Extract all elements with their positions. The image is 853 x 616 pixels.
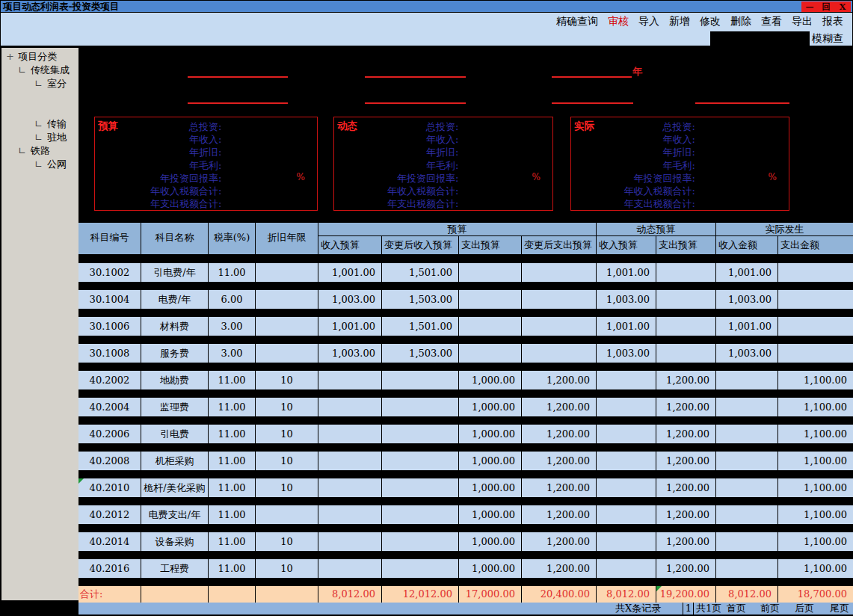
export-button[interactable]: 导出 xyxy=(792,15,813,28)
table-cell xyxy=(318,398,381,416)
note-marker-icon xyxy=(656,586,662,591)
table-cell xyxy=(318,371,381,389)
view-button[interactable]: 查看 xyxy=(761,15,782,28)
report-button[interactable]: 报表 xyxy=(822,15,843,28)
table-cell: 1,001.00 xyxy=(318,263,381,282)
summary-field-row: 年投资回报率:% xyxy=(334,172,552,185)
tree-item[interactable]: ∟驻地 xyxy=(34,131,67,144)
tree-panel: + 项目分类 ∟传统集成∟室分∟传输∟驻地∟铁路∟公网 xyxy=(1,48,78,600)
table-row[interactable]: 40.2008机柜采购11.00101,000.001,200.001,200.… xyxy=(78,452,853,470)
table-row[interactable]: 40.2002地勘费11.00101,000.001,200.001,200.0… xyxy=(78,371,853,389)
totals-cell: 20,400.00 xyxy=(521,586,596,603)
table-cell: 1,100.00 xyxy=(777,398,853,416)
restore-icon[interactable]: 回 xyxy=(819,1,834,13)
import-button[interactable]: 导入 xyxy=(638,15,659,28)
table-cell: 设备采购 xyxy=(141,532,208,551)
summary-field-label: 总投资: xyxy=(662,120,695,134)
table-row[interactable]: 30.1006材料费3.001,001.001,501.001,001.001,… xyxy=(78,317,853,336)
table-row[interactable]: 30.1004电费/年6.001,003.001,503.001,003.001… xyxy=(78,290,853,309)
summary-field-row: 年收入税额合计: xyxy=(571,185,789,197)
table-cell xyxy=(656,290,715,309)
percent-sign: % xyxy=(532,172,541,182)
table-row[interactable]: 40.2006引电费11.00101,000.001,200.001,200.0… xyxy=(78,425,853,443)
table-cell xyxy=(777,290,853,309)
table-cell xyxy=(715,559,777,578)
table-cell: 1,003.00 xyxy=(318,344,381,363)
tree-item[interactable]: ∟公网 xyxy=(34,158,67,171)
table-cell: 11.00 xyxy=(208,478,255,497)
summary-field-row: 年折旧: xyxy=(95,146,317,158)
tree-item-label: 铁路 xyxy=(31,145,50,156)
next-page-button[interactable]: 后页 xyxy=(795,603,814,615)
modify-button[interactable]: 修改 xyxy=(700,15,721,28)
expand-icon[interactable]: + xyxy=(6,51,15,62)
table-cell: 1,501.00 xyxy=(381,263,458,282)
table-cell: 6.00 xyxy=(208,290,255,309)
table-cell xyxy=(318,452,381,470)
table-row[interactable]: 40.2014设备采购11.00101,000.001,200.001,200.… xyxy=(78,532,853,551)
summary-field-row: 年毛利: xyxy=(95,159,317,172)
totals-cell: 8,012.00 xyxy=(715,586,777,603)
table-cell: 1,003.00 xyxy=(318,290,381,309)
table-row[interactable]: 40.2004监理费11.00101,000.001,200.001,200.0… xyxy=(78,398,853,416)
add-button[interactable]: 新增 xyxy=(669,15,690,28)
fuzzy-search-input[interactable] xyxy=(710,31,810,46)
sub-header: 变更后支出预算 xyxy=(521,236,596,254)
table-cell: 10 xyxy=(255,532,318,551)
table-cell: 1,200.00 xyxy=(521,425,596,443)
table-cell: 电费支出/年 xyxy=(141,505,208,524)
last-page-button[interactable]: 尾页 xyxy=(830,603,849,615)
tree-branch-icon: ∟ xyxy=(34,78,43,89)
tree-item[interactable]: ∟传统集成 xyxy=(18,64,70,77)
tree-item[interactable]: ∟传输 xyxy=(34,117,67,131)
table-cell xyxy=(715,371,777,389)
tree-item-label: 传输 xyxy=(47,118,67,129)
blank-field-line xyxy=(552,76,632,78)
table-cell xyxy=(521,263,596,282)
table-cell xyxy=(381,425,458,443)
table-cell xyxy=(318,532,381,551)
tree-root[interactable]: + 项目分类 xyxy=(6,50,57,64)
table-row[interactable]: 30.1002引电费/年11.001,001.001,501.001,001.0… xyxy=(78,263,853,282)
fuzzy-search-label[interactable]: 模糊查询 xyxy=(812,32,852,59)
summary-field-label: 年支出税额合计: xyxy=(150,197,221,211)
table-cell: 1,001.00 xyxy=(715,317,777,336)
table-cell xyxy=(596,398,656,416)
table-cell: 40.2012 xyxy=(78,505,141,524)
tree-item-label: 室分 xyxy=(47,78,67,89)
table-cell: 1,000.00 xyxy=(458,532,521,551)
table-cell: 1,100.00 xyxy=(777,452,853,470)
minimize-icon[interactable]: — xyxy=(802,2,817,12)
table-cell: 10 xyxy=(255,398,318,416)
exact-query-button[interactable]: 精确查询 xyxy=(556,15,598,28)
summary-field-label: 年支出税额合计: xyxy=(623,197,695,211)
table-cell xyxy=(381,559,458,578)
table-row[interactable]: 40.2016工程费11.00101,000.001,200.001,200.0… xyxy=(78,559,853,578)
table-cell: 1,003.00 xyxy=(596,344,656,363)
table-cell: 材料费 xyxy=(141,317,208,336)
table-row[interactable]: 40.2010桅杆/美化采购11.00101,000.001,200.001,2… xyxy=(78,478,853,497)
table-header: 科目编号 科目名称 税率(%) 折旧年限 预算 动态预算 实际发生 收入预算 变… xyxy=(78,223,853,254)
summary-fields: 总投资:年收入:年折旧:年毛利:年投资回报率:%年收入税额合计:年支出税额合计: xyxy=(334,120,552,210)
table-cell: 11.00 xyxy=(208,425,255,443)
table-row[interactable]: 40.2012电费支出/年11.001,000.001,200.001,200.… xyxy=(78,505,853,524)
divider xyxy=(683,603,683,615)
table-cell xyxy=(255,317,318,336)
audit-button[interactable]: 审核 xyxy=(608,15,629,28)
first-page-button[interactable]: 首页 xyxy=(727,603,746,615)
table-cell xyxy=(521,290,596,309)
table-cell: 工程费 xyxy=(141,559,208,578)
prev-page-button[interactable]: 前页 xyxy=(760,603,780,615)
tree-branch-icon: ∟ xyxy=(34,132,43,143)
table-cell xyxy=(318,425,381,443)
table-row[interactable]: 30.1008服务费3.001,003.001,503.001,003.001,… xyxy=(78,344,853,363)
tree-branch-icon: ∟ xyxy=(18,145,26,156)
page-number-input[interactable]: 1 xyxy=(685,603,692,615)
close-icon[interactable]: X xyxy=(835,2,850,12)
totals-label: 合计: xyxy=(78,586,141,603)
delete-button[interactable]: 删除 xyxy=(730,15,751,28)
totals-cell: 12,012.00 xyxy=(381,586,458,603)
tree-item[interactable]: ∟铁路 xyxy=(18,144,50,158)
tree-item[interactable]: ∟室分 xyxy=(34,77,67,90)
table-cell: 1,200.00 xyxy=(521,452,596,470)
